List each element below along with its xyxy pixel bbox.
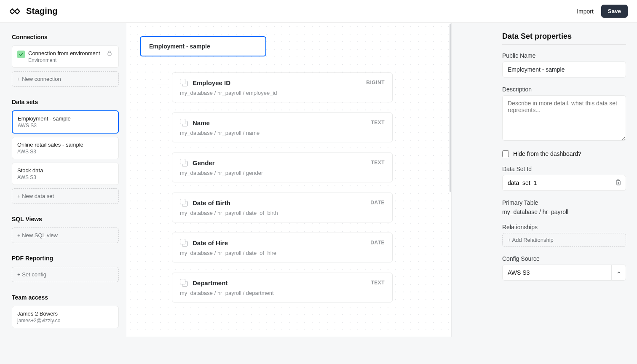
sqlviews-heading: SQL Views xyxy=(12,216,119,222)
dataset-name: Employment - sample xyxy=(18,115,113,122)
field-path: my_database / hr_payroll / date_of_hire xyxy=(180,250,385,256)
connection-item[interactable]: Connection from environment Environment xyxy=(12,46,119,68)
datasets-heading: Data sets xyxy=(12,99,119,105)
properties-panel: Data Set properties Public Name Descript… xyxy=(498,23,637,364)
field-node[interactable]: Date of BirthDATEmy_database / hr_payrol… xyxy=(172,193,393,222)
field-type: BIGINT xyxy=(366,80,385,86)
field-path: my_database / hr_payroll / date_of_birth xyxy=(180,210,385,216)
connections-heading: Connections xyxy=(12,34,119,40)
primary-table-value: my_database / hr_payroll xyxy=(502,209,626,215)
field-node[interactable]: DepartmentTEXTmy_database / hr_payroll /… xyxy=(172,273,393,302)
dataset-item[interactable]: Online retail sales - sampleAWS S3 xyxy=(12,137,119,159)
team-name: James 2 Bowers xyxy=(17,310,113,317)
scrollbar[interactable] xyxy=(450,24,452,192)
field-name: Date of Birth xyxy=(193,199,230,206)
field-name: Date of Hire xyxy=(193,239,228,246)
app-logo xyxy=(9,6,20,17)
new-sqlview-button[interactable]: + New SQL view xyxy=(12,228,119,243)
dataset-source: AWS S3 xyxy=(18,123,113,128)
stack-icon xyxy=(180,199,187,206)
field-type: TEXT xyxy=(371,120,385,126)
new-dataset-button[interactable]: + New data set xyxy=(12,188,119,204)
primary-table-label: Primary Table xyxy=(502,199,626,206)
config-source-select[interactable]: AWS S3 xyxy=(502,265,626,281)
stack-icon xyxy=(180,79,187,86)
page-title: Staging xyxy=(26,6,58,16)
connection-title: Connection from environment xyxy=(28,50,100,56)
field-type: DATE xyxy=(370,240,385,246)
dataset-id-input[interactable] xyxy=(503,175,610,190)
field-type: TEXT xyxy=(371,160,385,166)
field-name: Employee ID xyxy=(193,79,230,86)
canvas-area: Employment - sample Employee IDBIGINTmy_… xyxy=(126,23,498,364)
stack-icon xyxy=(180,239,187,246)
lock-icon xyxy=(107,50,112,57)
new-connection-button[interactable]: + New connection xyxy=(12,71,119,87)
clipboard-icon[interactable] xyxy=(610,179,626,187)
hide-label: Hide from the dashboard? xyxy=(513,150,581,157)
dataset-item[interactable]: Stock dataAWS S3 xyxy=(12,163,119,185)
check-icon xyxy=(17,51,25,58)
field-node[interactable]: Employee IDBIGINTmy_database / hr_payrol… xyxy=(172,72,393,102)
field-node[interactable]: Date of HireDATEmy_database / hr_payroll… xyxy=(172,233,393,262)
field-name: Department xyxy=(193,279,228,286)
save-button[interactable]: Save xyxy=(601,5,628,18)
relationships-label: Relationships xyxy=(502,224,626,230)
connection-subtitle: Environment xyxy=(28,57,100,63)
field-node[interactable]: GenderTEXTmy_database / hr_payroll / gen… xyxy=(172,153,393,182)
stack-icon xyxy=(180,119,187,126)
field-name: Name xyxy=(193,119,210,126)
field-path: my_database / hr_payroll / name xyxy=(180,130,385,136)
dataset-node[interactable]: Employment - sample xyxy=(140,36,266,56)
dataset-item[interactable]: Employment - sampleAWS S3 xyxy=(12,110,119,134)
stack-icon xyxy=(180,159,187,166)
field-type: TEXT xyxy=(371,280,385,286)
dataset-node-title: Employment - sample xyxy=(149,43,210,50)
team-email: james+2@vizzly.co xyxy=(17,318,113,324)
svg-rect-0 xyxy=(108,53,111,55)
description-label: Description xyxy=(502,86,626,93)
hide-checkbox[interactable] xyxy=(502,150,509,157)
field-node[interactable]: NameTEXTmy_database / hr_payroll / name xyxy=(172,112,393,142)
team-member[interactable]: James 2 Bowers james+2@vizzly.co xyxy=(12,306,119,328)
stack-icon xyxy=(180,279,187,286)
field-path: my_database / hr_payroll / gender xyxy=(180,170,385,176)
public-name-label: Public Name xyxy=(502,52,626,59)
team-heading: Team access xyxy=(12,294,119,301)
config-source-label: Config Source xyxy=(502,255,626,262)
sidebar: Connections Connection from environment … xyxy=(0,23,126,364)
dataset-source: AWS S3 xyxy=(17,174,113,180)
dataset-source: AWS S3 xyxy=(17,149,113,155)
pdf-heading: PDF Reporting xyxy=(12,255,119,262)
add-relationship-button[interactable]: + Add Relationship xyxy=(502,233,626,247)
public-name-input[interactable] xyxy=(502,62,626,78)
field-name: Gender xyxy=(193,159,215,166)
properties-heading: Data Set properties xyxy=(502,32,626,41)
dataset-id-label: Data Set Id xyxy=(502,166,626,172)
description-input[interactable] xyxy=(502,95,626,141)
pdf-config-button[interactable]: + Set config xyxy=(12,267,119,282)
chevron-up-icon xyxy=(611,265,626,280)
svg-rect-1 xyxy=(617,181,620,185)
import-button[interactable]: Import xyxy=(577,8,594,15)
top-bar: Staging Import Save xyxy=(0,0,637,23)
field-path: my_database / hr_payroll / employee_id xyxy=(180,90,385,96)
dataset-name: Stock data xyxy=(17,167,113,174)
field-path: my_database / hr_payroll / department xyxy=(180,290,385,296)
field-type: DATE xyxy=(370,200,385,206)
dataset-name: Online retail sales - sample xyxy=(17,142,113,148)
